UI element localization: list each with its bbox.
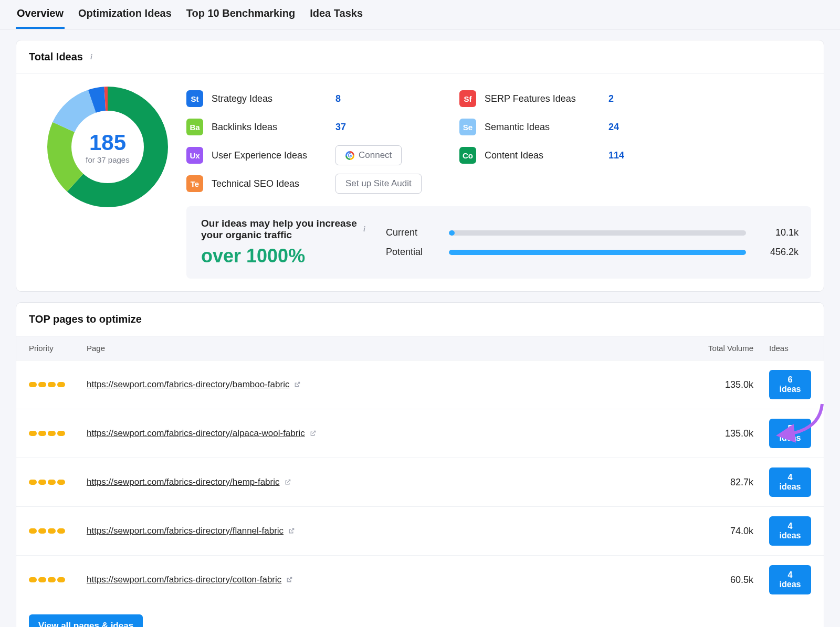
category-value: 2 xyxy=(608,93,640,104)
table-header-row: Priority Page Total Volume Ideas xyxy=(16,336,824,360)
banner-big: over 1000% xyxy=(201,245,367,267)
external-link-icon xyxy=(284,479,291,486)
priority-indicator xyxy=(29,528,87,534)
total-sub: for 37 pages xyxy=(86,155,129,164)
category-label: Backlinks Ideas xyxy=(212,122,327,133)
th-priority: Priority xyxy=(29,344,87,353)
top-pages-card: TOP pages to optimize Priority Page Tota… xyxy=(16,302,824,627)
info-icon[interactable]: i xyxy=(87,53,96,61)
table-row: https://sewport.com/fabrics-directory/fl… xyxy=(16,507,824,556)
ideas-button[interactable]: 4 ideas xyxy=(769,516,811,546)
category-value: 37 xyxy=(335,122,367,133)
view-all-button[interactable]: View all pages & ideas xyxy=(29,614,143,627)
bar-potential: Potential456.2k xyxy=(386,247,799,258)
banner-title: Our ideas may help you increase your org… xyxy=(201,218,358,241)
priority-indicator xyxy=(29,431,87,436)
page-link[interactable]: https://sewport.com/fabrics-directory/co… xyxy=(87,575,293,585)
external-link-icon xyxy=(288,527,295,535)
category-semantic-ideas[interactable]: SeSemantic Ideas24 xyxy=(459,113,811,141)
priority-cell xyxy=(29,431,87,436)
category-chip: Ba xyxy=(186,119,203,135)
ideas-button[interactable]: 4 ideas xyxy=(769,467,811,497)
category-user-experience-ideas[interactable]: UxUser Experience IdeasConnect xyxy=(186,141,459,169)
external-link-icon xyxy=(293,381,301,388)
category-technical-seo-ideas[interactable]: TeTechnical SEO IdeasSet up Site Audit xyxy=(186,169,459,198)
volume-cell: 60.5k xyxy=(675,575,753,586)
category-label: Semantic Ideas xyxy=(485,122,600,133)
priority-cell xyxy=(29,382,87,387)
category-chip: Co xyxy=(459,147,476,164)
category-label: Strategy Ideas xyxy=(212,93,327,104)
page-link[interactable]: https://sewport.com/fabrics-directory/he… xyxy=(87,477,291,487)
category-chip: Sf xyxy=(459,90,476,107)
bar-value: 456.2k xyxy=(757,247,799,258)
volume-cell: 74.0k xyxy=(675,526,753,537)
idea-categories: StStrategy Ideas8BaBacklinks Ideas37UxUs… xyxy=(186,84,811,198)
total-count: 185 xyxy=(89,130,126,155)
volume-cell: 135.0k xyxy=(675,428,753,439)
external-link-icon xyxy=(309,430,317,437)
volume-cell: 82.7k xyxy=(675,477,753,488)
priority-cell xyxy=(29,528,87,534)
category-value: 114 xyxy=(608,150,640,161)
priority-cell xyxy=(29,480,87,485)
info-icon[interactable]: i xyxy=(362,225,367,233)
total-ideas-title: Total Ideas xyxy=(29,51,83,63)
page-link[interactable]: https://sewport.com/fabrics-directory/al… xyxy=(87,428,317,439)
traffic-banner: Our ideas may help you increase your org… xyxy=(186,206,811,279)
bar-value: 10.1k xyxy=(757,227,799,238)
priority-indicator xyxy=(29,480,87,485)
total-ideas-card: Total Ideas i 185 for 37 pages StStrateg… xyxy=(16,40,824,292)
category-backlinks-ideas[interactable]: BaBacklinks Ideas37 xyxy=(186,113,459,141)
category-serp-features-ideas[interactable]: SfSERP Features Ideas2 xyxy=(459,84,811,113)
setup-site-audit-button[interactable]: Set up Site Audit xyxy=(335,174,422,194)
donut-chart: 185 for 37 pages xyxy=(29,84,186,279)
category-label: Technical SEO Ideas xyxy=(212,178,327,189)
category-value: 24 xyxy=(608,122,640,133)
tab-overview[interactable]: Overview xyxy=(16,0,65,29)
bar-track xyxy=(449,250,746,255)
category-chip: Se xyxy=(459,119,476,135)
th-ideas: Ideas xyxy=(753,344,811,353)
tab-idea-tasks[interactable]: Idea Tasks xyxy=(309,0,364,29)
tabs: OverviewOptimization IdeasTop 10 Benchma… xyxy=(0,0,840,29)
page-link[interactable]: https://sewport.com/fabrics-directory/ba… xyxy=(87,379,301,390)
category-label: Content Ideas xyxy=(485,150,600,161)
priority-indicator xyxy=(29,577,87,582)
category-value: 8 xyxy=(335,93,367,104)
table-row: https://sewport.com/fabrics-directory/ba… xyxy=(16,360,824,409)
th-page: Page xyxy=(87,344,675,353)
table-row: https://sewport.com/fabrics-directory/al… xyxy=(16,409,824,458)
category-content-ideas[interactable]: CoContent Ideas114 xyxy=(459,141,811,169)
table-row: https://sewport.com/fabrics-directory/he… xyxy=(16,458,824,507)
category-strategy-ideas[interactable]: StStrategy Ideas8 xyxy=(186,84,459,113)
category-chip: Te xyxy=(186,175,203,192)
ideas-button[interactable]: 6 ideas xyxy=(769,370,811,399)
table-row: https://sewport.com/fabrics-directory/co… xyxy=(16,556,824,604)
category-label: SERP Features Ideas xyxy=(485,93,600,104)
category-label: User Experience Ideas xyxy=(212,150,327,161)
th-volume: Total Volume xyxy=(675,344,753,353)
category-chip: Ux xyxy=(186,147,203,164)
bar-current: Current10.1k xyxy=(386,227,799,238)
tab-optimization-ideas[interactable]: Optimization Ideas xyxy=(77,0,173,29)
priority-indicator xyxy=(29,382,87,387)
ideas-button[interactable]: 4 ideas xyxy=(769,565,811,594)
ideas-button[interactable]: 5 ideas xyxy=(769,419,811,448)
google-icon xyxy=(345,151,354,160)
volume-cell: 135.0k xyxy=(675,379,753,390)
external-link-icon xyxy=(286,576,293,583)
bar-track xyxy=(449,230,746,236)
bar-label: Potential xyxy=(386,247,438,258)
connect-button[interactable]: Connect xyxy=(335,145,402,165)
category-chip: St xyxy=(186,90,203,107)
top-pages-title: TOP pages to optimize xyxy=(29,313,142,325)
tab-top-10-benchmarking[interactable]: Top 10 Benchmarking xyxy=(185,0,296,29)
page-link[interactable]: https://sewport.com/fabrics-directory/fl… xyxy=(87,526,295,536)
bar-label: Current xyxy=(386,227,438,238)
priority-cell xyxy=(29,577,87,582)
